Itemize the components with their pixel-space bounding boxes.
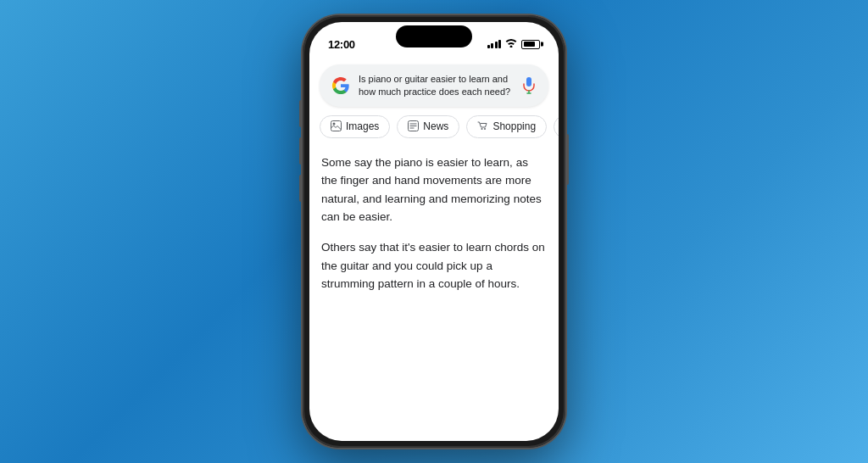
result-paragraph-1: Some say the piano is easier to learn, a…: [321, 153, 547, 226]
search-bar-container: Is piano or guitar easier to learn and h…: [309, 64, 559, 115]
signal-icon: [487, 40, 502, 48]
result-paragraph-2: Others say that it's easier to learn cho…: [321, 238, 547, 293]
news-tab-label: News: [423, 120, 448, 132]
result-content: Some say the piano is easier to learn, a…: [309, 147, 559, 293]
svg-rect-0: [526, 77, 531, 86]
images-tab-label: Images: [346, 120, 379, 132]
filter-tab-images[interactable]: Images: [320, 115, 390, 138]
filter-tabs-row: Images News: [309, 115, 559, 147]
phone-screen: 12:00: [309, 22, 559, 441]
page-background: 12:00: [303, 15, 565, 448]
search-bar[interactable]: Is piano or guitar easier to learn and h…: [320, 64, 548, 107]
search-query-text: Is piano or guitar easier to learn and h…: [359, 73, 513, 98]
images-tab-icon: [331, 120, 342, 133]
status-time: 12:00: [328, 38, 355, 51]
wifi-icon: [505, 38, 517, 50]
filter-tab-shopping[interactable]: Shopping: [466, 115, 547, 138]
filter-tab-videos[interactable]: Vide...: [554, 115, 559, 138]
battery-icon: [521, 40, 540, 49]
shopping-tab-label: Shopping: [492, 120, 536, 132]
phone-wrapper: 12:00: [303, 15, 565, 448]
dynamic-island: [396, 25, 472, 47]
filter-tab-news[interactable]: News: [397, 115, 459, 138]
screen-content: Is piano or guitar easier to learn and h…: [309, 59, 559, 441]
mic-icon[interactable]: [521, 76, 537, 95]
svg-point-7: [481, 128, 483, 130]
shopping-tab-icon: [477, 120, 488, 133]
status-icons: [487, 38, 541, 50]
svg-point-8: [484, 128, 486, 130]
news-tab-icon: [408, 120, 419, 133]
svg-point-2: [333, 122, 336, 125]
google-logo-icon: [331, 76, 350, 95]
